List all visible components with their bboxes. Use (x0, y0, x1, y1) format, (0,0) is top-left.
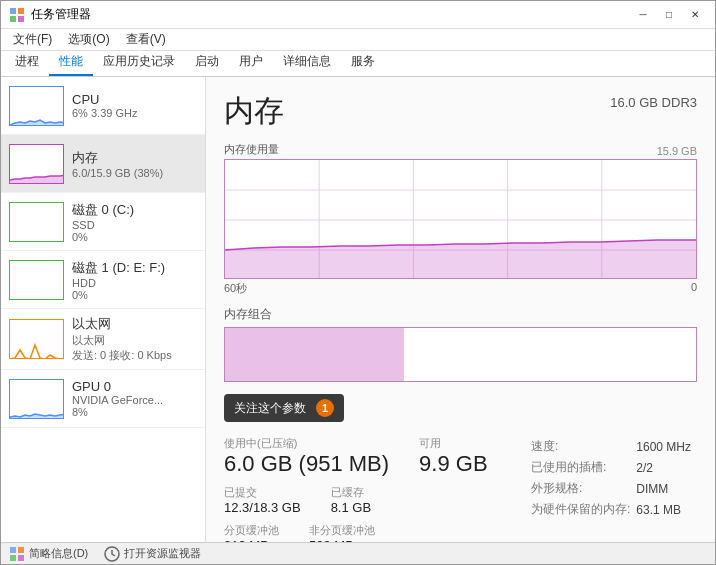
usage-chart-label: 内存使用量 (224, 142, 697, 157)
svg-rect-3 (18, 16, 24, 22)
time-label: 60秒 (224, 281, 247, 296)
sidebar-item-gpu[interactable]: GPU 0 NVIDIA GeForce... 8% (1, 370, 205, 428)
disk0-mini-graph (9, 202, 64, 242)
form-value: DIMM (636, 478, 697, 499)
eth-name: 以太网 (72, 315, 197, 333)
tab-process[interactable]: 进程 (5, 49, 49, 76)
form-label: 外形规格: (531, 478, 636, 499)
menu-bar: 文件(F) 选项(O) 查看(V) (1, 29, 715, 51)
disk0-val: 0% (72, 231, 197, 243)
reserved-value: 63.1 MB (636, 499, 697, 520)
right-stat-reserved: 为硬件保留的内存: 63.1 MB (531, 499, 697, 520)
svg-rect-17 (10, 555, 16, 561)
svg-rect-1 (18, 8, 24, 14)
time-right: 0 (691, 281, 697, 296)
composition-label: 内存组合 (224, 306, 697, 323)
reserved-label: 为硬件保留的内存: (531, 499, 636, 520)
title-bar-left: 任务管理器 (9, 6, 91, 23)
stats-row-2: 已提交 12.3/18.3 GB 已缓存 8.1 GB (224, 485, 515, 515)
detail-header: 内存 16.0 GB DDR3 (224, 91, 697, 132)
sidebar-item-disk0[interactable]: 磁盘 0 (C:) SSD 0% (1, 193, 205, 251)
stat-nonpaged: 非分页缓冲池 599 MB (309, 523, 375, 542)
minimize-button[interactable]: ─ (631, 5, 655, 25)
stats-section: 使用中(已压缩) 6.0 GB (951 MB) 可用 9.9 GB 已提交 1… (224, 436, 697, 542)
close-button[interactable]: ✕ (683, 5, 707, 25)
tab-startup[interactable]: 启动 (185, 49, 229, 76)
disk1-val: 0% (72, 289, 197, 301)
bottom-bar: 简略信息(D) 打开资源监视器 (1, 542, 715, 564)
disk1-name: 磁盘 1 (D: E: F:) (72, 259, 197, 277)
disk1-sidebar-info: 磁盘 1 (D: E: F:) HDD 0% (72, 259, 197, 301)
nonpaged-label: 非分页缓冲池 (309, 523, 375, 538)
resource-icon (104, 546, 120, 562)
eth-sidebar-info: 以太网 以太网 发送: 0 接收: 0 Kbps (72, 315, 197, 363)
detail-title: 内存 (224, 91, 284, 132)
disk0-sub: SSD (72, 219, 197, 231)
right-stats: 速度: 1600 MHz 已使用的插槽: 2/2 外形规格: DIMM 为硬 (531, 436, 697, 520)
chart-footer: 60秒 0 (224, 281, 697, 296)
comp-free-bar (404, 328, 696, 381)
svg-rect-0 (10, 8, 16, 14)
tab-users[interactable]: 用户 (229, 49, 273, 76)
cached-label: 已缓存 (331, 485, 371, 500)
bottom-brief[interactable]: 简略信息(D) (9, 546, 88, 562)
bottom-resource-label: 打开资源监视器 (124, 546, 201, 561)
mem-sub: 6.0/15.9 GB (38%) (72, 167, 197, 179)
gpu-sidebar-info: GPU 0 NVIDIA GeForce... 8% (72, 379, 197, 418)
tooltip-badge: 1 (316, 399, 334, 417)
disk1-sub: HDD (72, 277, 197, 289)
svg-rect-18 (18, 555, 24, 561)
menu-file[interactable]: 文件(F) (5, 29, 60, 50)
sidebar-item-disk1[interactable]: 磁盘 1 (D: E: F:) HDD 0% (1, 251, 205, 309)
svg-rect-15 (10, 547, 16, 553)
stat-paged: 分页缓冲池 813 MB (224, 523, 279, 542)
app-icon (9, 7, 25, 23)
cpu-name: CPU (72, 92, 197, 107)
sidebar-item-cpu[interactable]: CPU 6% 3.39 GHz (1, 77, 205, 135)
paged-label: 分页缓冲池 (224, 523, 279, 538)
speed-value: 1600 MHz (636, 436, 697, 457)
sidebar-item-memory[interactable]: 内存 6.0/15.9 GB (38%) (1, 135, 205, 193)
sidebar-item-ethernet[interactable]: 以太网 以太网 发送: 0 接收: 0 Kbps (1, 309, 205, 370)
menu-options[interactable]: 选项(O) (60, 29, 117, 50)
stat-in-use: 使用中(已压缩) 6.0 GB (951 MB) (224, 436, 389, 477)
gpu-val: 8% (72, 406, 197, 418)
usage-chart (224, 159, 697, 279)
in-use-value: 6.0 GB (951 MB) (224, 451, 389, 477)
detail-subtitle: 16.0 GB DDR3 (610, 95, 697, 110)
slots-value: 2/2 (636, 457, 697, 478)
cached-value: 8.1 GB (331, 500, 371, 515)
tooltip-row: 关注这个参数 1 (224, 394, 697, 428)
stats-row-1: 使用中(已压缩) 6.0 GB (951 MB) 可用 9.9 GB (224, 436, 515, 477)
stat-committed: 已提交 12.3/18.3 GB (224, 485, 301, 515)
sidebar: CPU 6% 3.39 GHz 内存 6.0/15.9 GB (38%) (1, 77, 206, 542)
brief-icon (9, 546, 25, 562)
right-stat-slots: 已使用的插槽: 2/2 (531, 457, 697, 478)
eth-sub: 以太网 (72, 333, 197, 348)
tab-performance[interactable]: 性能 (49, 49, 93, 76)
bottom-resource[interactable]: 打开资源监视器 (104, 546, 201, 562)
mem-sidebar-info: 内存 6.0/15.9 GB (38%) (72, 149, 197, 179)
mem-mini-graph (9, 144, 64, 184)
disk0-name: 磁盘 0 (C:) (72, 201, 197, 219)
cpu-sub: 6% 3.39 GHz (72, 107, 197, 119)
tab-bar: 进程 性能 应用历史记录 启动 用户 详细信息 服务 (1, 51, 715, 77)
maximize-button[interactable]: □ (657, 5, 681, 25)
tab-details[interactable]: 详细信息 (273, 49, 341, 76)
disk1-mini-graph (9, 260, 64, 300)
tab-services[interactable]: 服务 (341, 49, 385, 76)
gpu-name: GPU 0 (72, 379, 197, 394)
window-title: 任务管理器 (31, 6, 91, 23)
cpu-mini-graph (9, 86, 64, 126)
in-use-label: 使用中(已压缩) (224, 436, 389, 451)
menu-view[interactable]: 查看(V) (118, 29, 174, 50)
svg-marker-14 (225, 240, 696, 279)
right-stat-speed: 速度: 1600 MHz (531, 436, 697, 457)
slots-label: 已使用的插槽: (531, 457, 636, 478)
disk0-sidebar-info: 磁盘 0 (C:) SSD 0% (72, 201, 197, 243)
eth-val: 发送: 0 接收: 0 Kbps (72, 348, 197, 363)
stat-available: 可用 9.9 GB (419, 436, 487, 477)
committed-value: 12.3/18.3 GB (224, 500, 301, 515)
tab-apphistory[interactable]: 应用历史记录 (93, 49, 185, 76)
gpu-sub: NVIDIA GeForce... (72, 394, 197, 406)
